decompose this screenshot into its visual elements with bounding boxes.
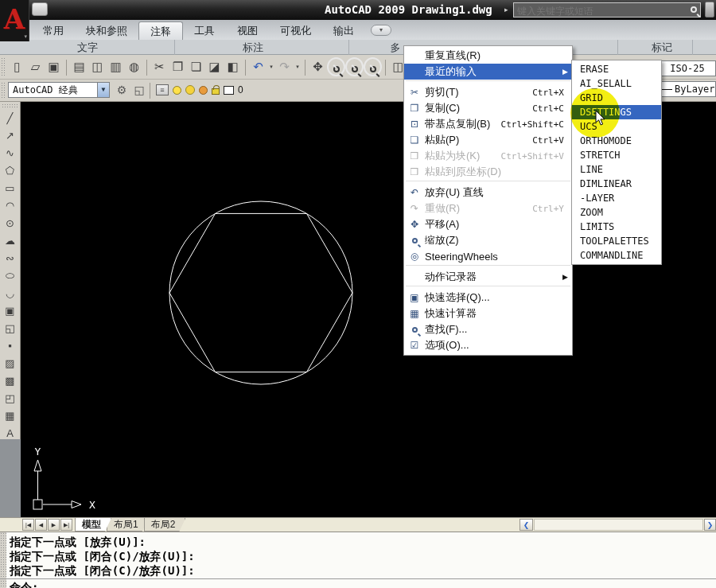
context-menu-item[interactable]: ❒ 粘贴到原坐标(D) ▶ <box>404 164 572 180</box>
ribbon-tab[interactable]: 工具 <box>183 21 226 40</box>
dim-style-dropdown[interactable]: ISO-25 <box>659 60 716 76</box>
toolbar-grip[interactable] <box>1 57 6 76</box>
recent-command-item[interactable]: LIMITS <box>572 220 661 234</box>
toolbar-grip[interactable] <box>2 103 18 108</box>
recent-command-item[interactable]: -LAYER <box>572 191 661 205</box>
prev-tab-icon[interactable]: ◀ <box>35 519 47 531</box>
line-icon[interactable]: ╱ <box>1 110 19 127</box>
chevron-down-icon[interactable]: ▼ <box>97 83 109 97</box>
drawn-circle[interactable] <box>169 201 352 384</box>
redo-icon[interactable]: ↷ <box>275 57 294 76</box>
context-menu-item[interactable]: ✥ 平移(A) ▶ <box>404 216 572 232</box>
ellipse-arc-icon[interactable]: ◡ <box>1 285 19 302</box>
zoom-realtime-icon[interactable] <box>327 57 345 76</box>
gradient-icon[interactable]: ▩ <box>1 372 19 390</box>
cut-icon[interactable]: ✂ <box>150 57 169 76</box>
insert-block-icon[interactable]: ▣ <box>1 302 19 320</box>
hatch-icon[interactable]: ▨ <box>1 355 19 372</box>
match-properties-icon[interactable]: ◧ <box>224 57 242 76</box>
rectangle-icon[interactable]: ▭ <box>1 180 19 197</box>
ellipse-icon[interactable]: ⬭ <box>1 267 19 285</box>
polygon-icon[interactable]: ⬠ <box>1 162 19 180</box>
context-menu-item[interactable]: ▶ <box>406 80 570 84</box>
context-menu-item[interactable]: ▣ 快速选择(Q)... ▶ <box>404 290 572 306</box>
plot-icon[interactable]: ▥ <box>107 57 125 76</box>
panel-label-dimension[interactable]: 标注 <box>243 41 263 55</box>
layer-properties-icon[interactable]: ≡ <box>156 84 169 95</box>
command-prompt[interactable]: 命令: <box>10 581 38 588</box>
ribbon-tab[interactable]: 块和参照 <box>75 21 138 40</box>
first-tab-icon[interactable]: |◀ <box>22 519 34 531</box>
paste-icon[interactable]: ❏ <box>187 57 205 76</box>
panel-label-mleader-partial[interactable]: 多 <box>391 41 401 55</box>
drawn-hexagon[interactable] <box>169 213 352 372</box>
recent-command-item[interactable]: ERASE <box>572 62 661 76</box>
recent-command-item[interactable]: COMMANDLINE <box>572 248 661 263</box>
recent-command-item[interactable]: ZOOM <box>572 205 661 220</box>
context-menu-item[interactable]: ↶ 放弃(U) 直线 ▶ <box>404 185 572 201</box>
color-control-dropdown[interactable]: ByLayer <box>659 81 716 97</box>
layer-lock-icon[interactable] <box>212 88 220 95</box>
context-menu-item[interactable]: 动作记录器 ▶ <box>404 269 572 285</box>
ribbon-tab[interactable]: 视图 <box>226 21 269 40</box>
table-icon[interactable]: ▦ <box>1 407 19 425</box>
workspace-save-icon[interactable]: ◱ <box>131 82 147 98</box>
context-menu-item[interactable]: ❏ 粘贴(P) Ctrl+V ▶ <box>404 132 572 148</box>
open-file-icon[interactable]: ▱ <box>26 57 45 76</box>
copy-icon[interactable]: ❐ <box>169 57 187 76</box>
workspace-settings-gear-icon[interactable]: ⚙ <box>114 82 130 98</box>
context-menu-item[interactable]: 缩放(Z) ▶ <box>404 232 572 248</box>
ribbon-tab[interactable]: 输出 <box>322 21 365 40</box>
communication-center-icon[interactable] <box>705 2 714 18</box>
save-icon[interactable]: ▣ <box>45 57 63 76</box>
workspace-dropdown[interactable]: AutoCAD 经典 ▼ <box>8 82 110 98</box>
undo-icon[interactable]: ↶ <box>249 57 267 76</box>
undo-dropdown-icon[interactable]: ▾ <box>267 57 275 76</box>
arc-icon[interactable]: ◠ <box>1 197 19 215</box>
app-menu-button[interactable]: A ▾ <box>0 0 29 41</box>
context-menu-item[interactable]: ☑ 选项(O)... ▶ <box>404 337 572 353</box>
layer-freeze-icon[interactable] <box>185 85 195 95</box>
redo-dropdown-icon[interactable]: ▾ <box>294 57 302 76</box>
context-menu-item[interactable]: ▶ <box>406 286 570 289</box>
context-menu-item[interactable]: ✂ 剪切(T) Ctrl+X ▶ <box>404 84 572 100</box>
context-menu-item[interactable]: ▦ 快速计算器 ▶ <box>404 306 572 321</box>
layer-color-swatch[interactable] <box>224 86 234 95</box>
print-icon[interactable]: ▤ <box>70 57 88 76</box>
scroll-left-icon[interactable]: ❮ <box>519 519 533 531</box>
revision-cloud-icon[interactable]: ☁ <box>1 232 19 250</box>
zoom-previous-icon[interactable] <box>364 57 382 76</box>
make-block-icon[interactable]: ◱ <box>1 320 19 337</box>
print-preview-icon[interactable]: ◫ <box>88 57 107 76</box>
zoom-window-icon[interactable] <box>345 57 364 76</box>
region-icon[interactable]: ◰ <box>1 390 19 407</box>
context-menu-item[interactable]: ◎ SteeringWheels ▶ <box>404 248 572 264</box>
context-menu-item[interactable]: ❐ 复制(C) Ctrl+C ▶ <box>404 100 572 116</box>
context-menu-item[interactable]: 最近的输入 ▶ <box>404 64 572 80</box>
current-layer-name[interactable]: 0 <box>238 84 243 95</box>
recent-command-item[interactable]: STRETCH <box>572 148 661 162</box>
context-menu-item[interactable]: 查找(F)... ▶ <box>404 321 572 337</box>
toolbar-grip[interactable] <box>1 82 6 99</box>
panel-label-markup[interactable]: 标记 <box>652 41 672 55</box>
context-menu-item[interactable]: ⊡ 带基点复制(B) Ctrl+Shift+C ▶ <box>404 116 572 132</box>
next-tab-icon[interactable]: ▶ <box>48 519 60 531</box>
recent-command-item[interactable]: TOOLPALETTES <box>572 234 661 248</box>
recent-command-item[interactable]: DIMLINEAR <box>572 177 661 191</box>
ribbon-tab[interactable]: 常用 <box>32 21 75 40</box>
pan-icon[interactable]: ✥ <box>309 57 327 76</box>
context-menu-item[interactable]: ▶ <box>406 265 570 268</box>
ribbon-minimize-button[interactable]: ▾ <box>371 25 391 36</box>
circle-icon[interactable]: ⊙ <box>1 215 19 232</box>
quick-access-button[interactable] <box>32 2 48 16</box>
spline-icon[interactable]: ∾ <box>1 250 19 267</box>
horizontal-scrollbar-track[interactable] <box>534 519 703 531</box>
context-menu-item[interactable]: ▶ <box>406 181 570 184</box>
layout-tab[interactable]: 布局2 <box>144 518 186 532</box>
construction-line-icon[interactable]: ↗ <box>1 127 19 145</box>
command-history[interactable]: 指定下一点或 [放弃(U)]: 指定下一点或 [闭合(C)/放弃(U)]: 指定… <box>10 535 195 578</box>
scroll-right-icon[interactable]: ❯ <box>704 519 716 531</box>
paste-special-icon[interactable]: ◪ <box>205 57 224 76</box>
context-menu-item[interactable]: 重复直线(R) ▶ <box>404 48 572 64</box>
search-box[interactable] <box>513 2 701 18</box>
